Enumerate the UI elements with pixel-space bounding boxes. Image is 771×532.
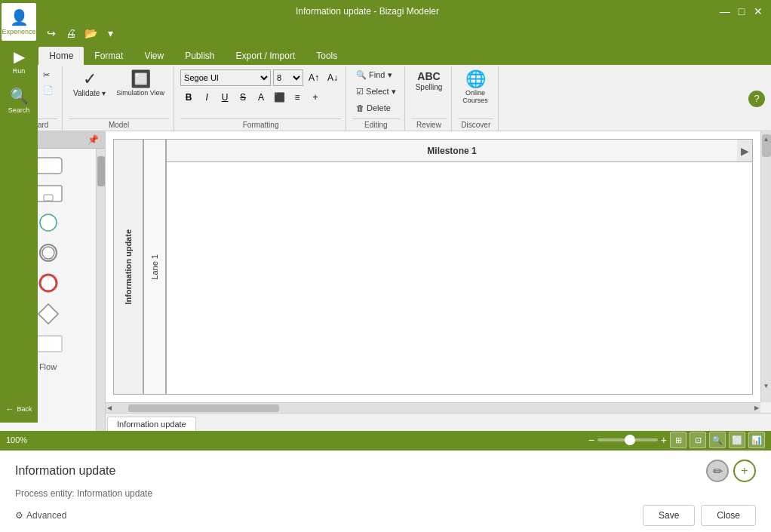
sidebar-scrollbar[interactable] <box>96 149 105 431</box>
validate-button[interactable]: ✓ Validate ▾ <box>69 68 110 113</box>
zoom-slider[interactable] <box>597 438 658 441</box>
tab-view[interactable]: View <box>134 47 174 65</box>
format-more-button[interactable]: + <box>307 89 324 106</box>
zoom-plus-button[interactable]: + <box>661 434 667 446</box>
align-button[interactable]: ≡ <box>289 89 306 106</box>
editing-content: 🔍 Find ▾ ☑ Select ▾ 🗑 Delete <box>352 66 400 117</box>
spelling-label: Spelling <box>416 83 443 91</box>
add-icon-button[interactable]: + <box>733 460 756 482</box>
underline-button[interactable]: U <box>217 89 233 106</box>
canvas-scrollbar-h[interactable]: ◀ ▶ <box>106 402 760 413</box>
font-grow-btn[interactable]: A↑ <box>306 69 322 86</box>
bottom-panel-title: Information update <box>15 464 115 478</box>
nav-experience-label: Experience <box>2 28 35 36</box>
bottom-buttons: Save Close <box>643 505 756 526</box>
tab-home[interactable]: Home <box>38 47 84 65</box>
tab-format[interactable]: Format <box>84 47 134 65</box>
qa-open[interactable]: 📂 <box>81 24 100 42</box>
zoom-thumb[interactable] <box>625 435 635 445</box>
bold-button[interactable]: B <box>180 89 197 106</box>
font-color-button[interactable]: A <box>253 89 269 106</box>
fill-color-button[interactable]: ⬛ <box>271 89 287 106</box>
qa-print[interactable]: 🖨 <box>62 24 80 42</box>
qa-more[interactable]: ▾ <box>101 24 119 42</box>
svg-rect-0 <box>35 158 62 174</box>
cut-button[interactable]: ✂ <box>39 68 57 82</box>
help-button[interactable]: ? <box>748 91 765 107</box>
canvas-scrollbar-v[interactable]: ▼ ▲ <box>760 131 771 402</box>
svg-rect-2 <box>44 195 53 201</box>
qa-redo[interactable]: ↪ <box>42 24 60 42</box>
online-courses-label: OnlineCourses <box>462 89 488 104</box>
shape-intermediate-event[interactable] <box>36 241 60 265</box>
up-arrow-icon: ▲ <box>763 136 769 143</box>
simulation-view-button[interactable]: 🔲 Simulation View <box>112 68 169 113</box>
pool-label: Information update <box>124 229 133 305</box>
view-zoom-button[interactable]: 🔍 <box>709 432 726 448</box>
format-row: B I U S A ⬛ ≡ + <box>180 89 324 106</box>
window-controls: — □ ✕ <box>718 5 765 18</box>
v-scroll-arrow-down[interactable]: ▼ <box>761 380 771 390</box>
shape-flow[interactable]: Flow <box>38 361 58 373</box>
svg-point-3 <box>40 214 57 231</box>
minimize-button[interactable]: — <box>718 5 732 18</box>
tab-tools[interactable]: Tools <box>306 47 348 65</box>
ribbon-header: 💾 ↩ ↪ 🖨 📂 ▾ File Home Format View Publis… <box>0 23 771 65</box>
canvas-tab-info-update[interactable]: Information update <box>107 417 196 431</box>
italic-button[interactable]: I <box>198 89 215 106</box>
window-title: Information update - Bizagi Modeler <box>17 6 718 17</box>
online-courses-icon: 🌐 <box>465 71 486 88</box>
view-page-button[interactable]: ⬜ <box>729 432 745 448</box>
nav-run[interactable]: ▶ Run <box>2 42 36 80</box>
strikethrough-button[interactable]: S <box>235 89 251 106</box>
zoom-minus-button[interactable]: − <box>588 434 594 446</box>
tab-export-import[interactable]: Export / Import <box>226 47 306 65</box>
font-size-select[interactable]: 8 <box>273 69 303 86</box>
view-grid-button[interactable]: ⊞ <box>670 432 687 448</box>
maximize-button[interactable]: □ <box>735 5 748 18</box>
online-courses-button[interactable]: 🌐 OnlineCourses <box>458 68 493 113</box>
clipboard-small: ✂ 📄 <box>39 68 57 97</box>
edit-icon-button[interactable]: ✏ <box>706 460 729 482</box>
view-fit-button[interactable]: ⊡ <box>690 432 706 448</box>
nav-back[interactable]: ← Back <box>0 401 38 417</box>
ribbon-group-formatting: Segoe UI 8 A↑ A↓ B I U S <box>176 66 346 131</box>
svg-point-6 <box>40 275 57 291</box>
shape-gateway[interactable] <box>35 301 61 327</box>
find-button[interactable]: 🔍 Find ▾ <box>352 68 395 82</box>
simulation-view-icon: 🔲 <box>131 71 151 88</box>
tab-publish[interactable]: Publish <box>174 47 225 65</box>
ribbon: 📋 Paste ✂ 📄 Clipboard <box>0 65 771 131</box>
advanced-link[interactable]: ⚙ Advanced <box>15 510 66 521</box>
delete-label: Delete <box>367 103 391 112</box>
spelling-button[interactable]: ABC Spelling <box>411 68 447 113</box>
save-button[interactable]: Save <box>643 505 695 526</box>
content-area: 💾 ↩ ↪ 🖨 📂 ▾ File Home Format View Publis… <box>0 23 771 532</box>
font-name-select[interactable]: Segoe UI <box>180 69 271 86</box>
app-window: ⚙ Information update - Bizagi Modeler — … <box>0 0 771 532</box>
canvas-tab-label: Information update <box>117 420 186 429</box>
close-button[interactable]: ✕ <box>751 5 765 18</box>
pin-icon: 📌 <box>88 134 99 145</box>
ribbon-tab-bar: File Home Format View Publish Export / I… <box>0 44 771 65</box>
nav-experience[interactable]: 👤 Experience <box>2 3 36 41</box>
h-scroll-arrow-left[interactable]: ◀ <box>106 404 113 411</box>
nav-search[interactable]: 🔍 Search <box>2 81 36 119</box>
gear-icon: ⚙ <box>15 510 23 521</box>
view-chart-button[interactable]: 📊 <box>748 432 765 448</box>
shape-start-event[interactable] <box>36 211 60 235</box>
close-panel-button[interactable]: Close <box>701 505 756 526</box>
select-button[interactable]: ☑ Select ▾ <box>352 85 400 99</box>
milestone-label: Milestone 1 <box>427 146 476 156</box>
font-shrink-btn[interactable]: A↓ <box>324 69 341 86</box>
delete-button[interactable]: 🗑 Delete <box>352 101 395 115</box>
copy-button[interactable]: 📄 <box>39 83 57 97</box>
h-scroll-arrow-right[interactable]: ▶ <box>753 404 760 411</box>
lane-content[interactable]: Milestone 1 ▶ <box>166 139 753 395</box>
shape-end-event[interactable] <box>36 271 60 295</box>
v-scroll-arrow-up[interactable]: ▲ <box>761 133 771 143</box>
review-label: Review <box>411 118 447 129</box>
flow-label: Flow <box>39 362 57 371</box>
canvas-inner[interactable]: Information update Lane 1 Milestone 1 <box>106 131 760 402</box>
svg-point-5 <box>42 247 54 259</box>
